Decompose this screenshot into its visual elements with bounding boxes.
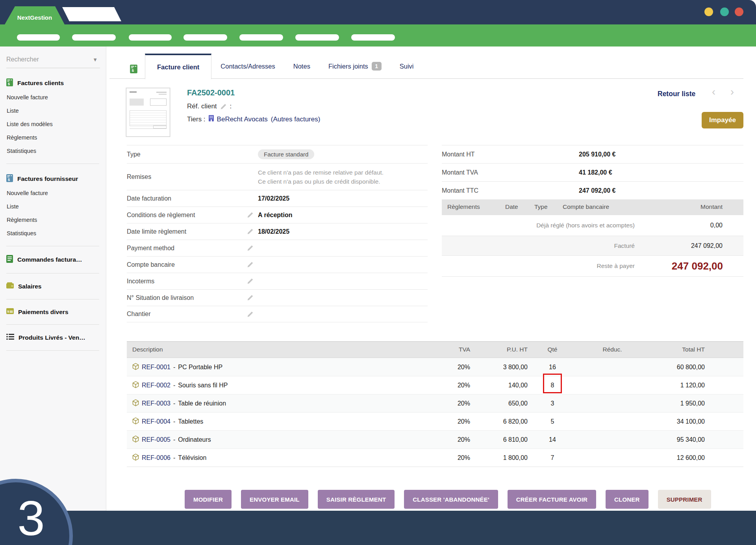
- menu-item-pill[interactable]: [351, 34, 395, 41]
- quantity-highlight-annotation: [543, 374, 562, 393]
- product-ref-link[interactable]: REF-0005: [142, 436, 170, 443]
- window-minimize-icon[interactable]: [704, 7, 713, 16]
- product-ref-link[interactable]: REF-0003: [142, 400, 170, 407]
- search-placeholder: Rechercher: [6, 56, 39, 63]
- sidebar-title-factures-clients[interactable]: $ Factures clients: [6, 78, 100, 88]
- remaining-to-pay-row: Reste à payer 247 092,00: [442, 255, 743, 277]
- edit-pencil-icon[interactable]: [247, 228, 258, 235]
- divider: [6, 324, 99, 325]
- sidebar-title-factures-fournisseur[interactable]: $ Factures fournisseur: [6, 174, 100, 184]
- menu-item-pill[interactable]: [72, 34, 116, 41]
- sidebar-section-salaires: Salaires: [6, 282, 100, 299]
- invoice-reference: FA2502-0001: [187, 88, 235, 97]
- sidebar-title-salaires[interactable]: Salaires: [6, 282, 100, 290]
- chevron-left-icon[interactable]: ‹: [712, 86, 715, 98]
- divider: [6, 299, 99, 299]
- tab-suivi[interactable]: Suivi: [391, 54, 423, 79]
- sidebar-title-commandes[interactable]: Commandes factura…: [6, 255, 100, 264]
- table-row: REF-0001 - PC Portable HP 20% 3 800,00 1…: [127, 358, 743, 376]
- edit-pencil-icon[interactable]: [247, 278, 258, 285]
- detail-row-payment-method: Payment method: [127, 240, 428, 256]
- menu-item-pill[interactable]: [183, 34, 227, 41]
- product-ref-link[interactable]: REF-0006: [142, 454, 170, 461]
- tiers-company-link[interactable]: BeRecht Avocats: [217, 115, 268, 123]
- invoice-tab-icon: $: [130, 65, 137, 75]
- search-input[interactable]: Rechercher ▼: [6, 54, 100, 68]
- modify-button[interactable]: MODIFIER: [185, 490, 232, 509]
- edit-pencil-icon[interactable]: [247, 261, 258, 268]
- invoice-date-value: 17/02/2025: [258, 195, 428, 202]
- building-icon: [209, 115, 214, 123]
- invoice-blue-icon: $: [6, 174, 13, 184]
- detail-row-remises: Remises Ce client n'a pas de remise rela…: [127, 163, 428, 190]
- tab-facture-client[interactable]: Facture client: [145, 54, 211, 79]
- product-label: PC Portable HP: [178, 364, 222, 371]
- tab-notes[interactable]: Notes: [284, 54, 319, 79]
- sidebar-title-paiements-divers[interactable]: $ Paiements divers: [6, 308, 100, 316]
- sidebar-item-statistiques-fournisseur[interactable]: Statistiques: [7, 230, 100, 237]
- tiers-row: Tiers : BeRecht Avocats (Autres factures…: [187, 115, 320, 123]
- top-title-bar: NextGestion: [0, 0, 756, 24]
- edit-pencil-icon[interactable]: [220, 103, 227, 110]
- clone-button[interactable]: CLONER: [606, 490, 649, 509]
- retour-liste-link[interactable]: Retour liste: [658, 90, 695, 98]
- chevron-right-icon[interactable]: ›: [730, 86, 734, 98]
- cube-icon: [132, 399, 139, 408]
- sidebar-item-nouvelle-facture-fournisseur[interactable]: Nouvelle facture: [7, 190, 100, 197]
- payment-card-icon: $: [6, 308, 14, 316]
- invoice-thumbnail[interactable]: [126, 88, 170, 137]
- total-tva-value: 41 182,00 €: [579, 169, 612, 176]
- product-label: Tablettes: [178, 418, 203, 425]
- delete-button[interactable]: SUPPRIMER: [658, 490, 711, 509]
- table-row: REF-0002 - Souris sans fil HP 20% 140,00…: [127, 376, 743, 394]
- cube-icon: [132, 363, 139, 372]
- table-row: REF-0005 - Ordinateurs 20% 6 810,00 14 9…: [127, 430, 743, 448]
- sidebar-item-liste-fournisseur[interactable]: Liste: [7, 203, 100, 210]
- enter-payment-button[interactable]: SAISIR RÈGLEMENT: [318, 490, 395, 509]
- menu-item-pill[interactable]: [295, 34, 339, 41]
- cube-icon: [132, 435, 139, 444]
- tiers-other-invoices-link[interactable]: (Autres factures): [271, 115, 321, 123]
- sidebar-section-produits-livres: Produits Livrés - Ven…: [6, 333, 100, 351]
- total-tva-row: Montant TVA 41 182,00 €: [442, 163, 743, 181]
- invoiced-value: 247 092,00: [635, 242, 743, 249]
- product-label: Souris sans fil HP: [178, 382, 228, 389]
- product-ref-link[interactable]: REF-0002: [142, 382, 170, 389]
- menu-item-pill[interactable]: [17, 34, 60, 41]
- sidebar-item-statistiques[interactable]: Statistiques: [7, 147, 100, 155]
- tiers-label: Tiers :: [187, 115, 206, 123]
- menu-item-pill[interactable]: [239, 34, 283, 41]
- window-close-icon[interactable]: [735, 7, 743, 16]
- sidebar-item-reglements[interactable]: Règlements: [7, 134, 100, 141]
- chevron-down-icon[interactable]: ▼: [93, 57, 98, 63]
- sidebar-section-factures-fournisseur: $ Factures fournisseur Nouvelle facture …: [6, 174, 100, 246]
- edit-pencil-icon[interactable]: [247, 294, 258, 301]
- edit-pencil-icon[interactable]: [247, 212, 258, 218]
- tab-contacts-adresses[interactable]: Contacts/Adresses: [211, 54, 284, 79]
- edit-pencil-icon[interactable]: [247, 245, 258, 251]
- classify-abandoned-button[interactable]: CLASSER 'ABANDONNÉE': [404, 490, 498, 509]
- sidebar-item-nouvelle-facture[interactable]: Nouvelle facture: [7, 94, 100, 101]
- status-badge: Impayée: [702, 112, 743, 128]
- sidebar-section-factures-clients: $ Factures clients Nouvelle facture List…: [6, 78, 100, 164]
- order-doc-icon: [6, 255, 13, 264]
- product-ref-link[interactable]: REF-0004: [142, 418, 170, 425]
- sidebar-item-reglements-fournisseur[interactable]: Règlements: [7, 216, 100, 224]
- window-maximize-icon[interactable]: [720, 7, 729, 16]
- divider: [6, 273, 99, 273]
- table-row: REF-0006 - Télévision 20% 1 800,00 7 12 …: [127, 448, 743, 467]
- sidebar-item-liste[interactable]: Liste: [7, 107, 100, 115]
- invoice-lines-table: Description TVA P.U. HT Qté Réduc. Total…: [127, 341, 743, 467]
- sidebar-item-liste-des-modeles[interactable]: Liste des modèles: [7, 121, 100, 128]
- menu-item-pill[interactable]: [129, 34, 172, 41]
- tab-fichiers-joints[interactable]: Fichiers joints 1: [319, 54, 391, 79]
- app-window: NextGestion Rechercher ▼ $ Factures clie…: [0, 0, 756, 545]
- product-ref-link[interactable]: REF-0001: [142, 364, 170, 371]
- sidebar-title-produits-livres[interactable]: Produits Livrés - Ven…: [6, 333, 100, 342]
- due-date-value: 18/02/2025: [258, 228, 428, 235]
- create-credit-note-button[interactable]: CRÉER FACTURE AVOIR: [508, 490, 596, 509]
- send-email-button[interactable]: ENVOYER EMAIL: [241, 490, 308, 509]
- invoice-type-pill: Facture standard: [258, 149, 314, 159]
- edit-pencil-icon[interactable]: [247, 311, 258, 318]
- cube-icon: [132, 417, 139, 426]
